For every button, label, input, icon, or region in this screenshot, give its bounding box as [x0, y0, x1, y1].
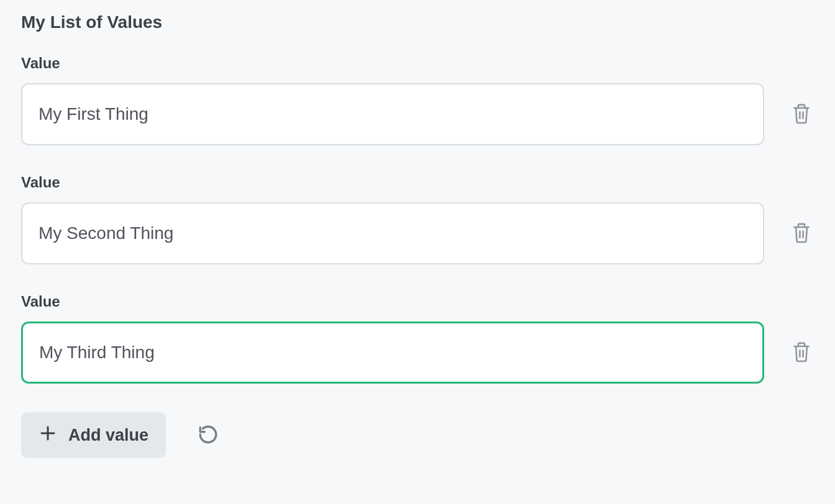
- value-input[interactable]: [21, 202, 764, 264]
- value-label: Value: [21, 55, 764, 72]
- value-row: Value: [21, 174, 814, 264]
- delete-button[interactable]: [789, 102, 814, 127]
- trash-icon: [792, 222, 811, 246]
- section-title: My List of Values: [21, 12, 814, 32]
- reset-button[interactable]: [196, 423, 221, 448]
- trash-icon: [792, 341, 811, 365]
- value-label: Value: [21, 293, 764, 310]
- value-field: Value: [21, 293, 764, 384]
- plus-icon: [39, 424, 57, 447]
- value-label: Value: [21, 174, 764, 191]
- undo-history-icon: [198, 424, 219, 447]
- value-field: Value: [21, 174, 764, 264]
- trash-icon: [792, 102, 811, 127]
- delete-button[interactable]: [789, 221, 814, 246]
- value-input[interactable]: [21, 322, 764, 384]
- value-row: Value: [21, 55, 814, 145]
- add-value-label: Add value: [68, 426, 148, 445]
- delete-button[interactable]: [789, 340, 814, 365]
- value-row: Value: [21, 293, 814, 384]
- value-input[interactable]: [21, 83, 764, 145]
- add-value-button[interactable]: Add value: [21, 412, 166, 458]
- value-field: Value: [21, 55, 764, 145]
- footer-row: Add value: [21, 412, 814, 458]
